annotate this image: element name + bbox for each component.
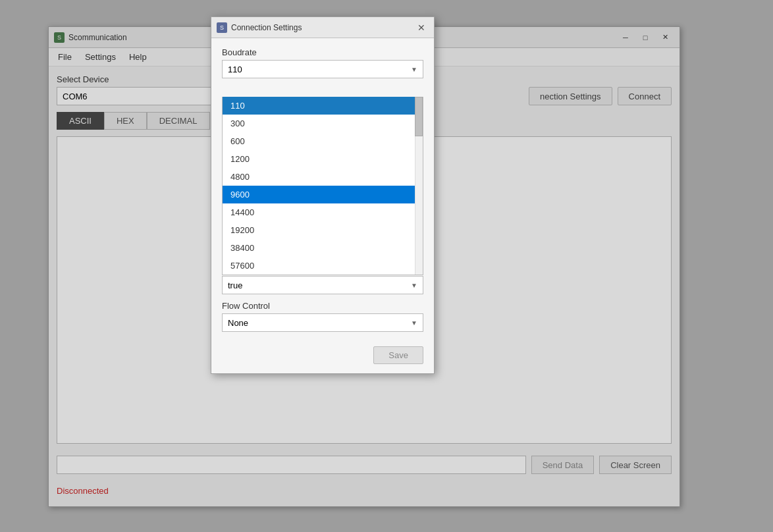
save-button[interactable]: Save bbox=[373, 346, 423, 364]
baudrate-option-19200[interactable]: 19200 bbox=[223, 221, 423, 239]
dialog-icon: S bbox=[217, 22, 227, 33]
baudrate-option-38400[interactable]: 38400 bbox=[223, 239, 423, 257]
baudrate-option-57600[interactable]: 57600 bbox=[223, 257, 423, 275]
baudrate-option-110[interactable]: 110 bbox=[223, 97, 423, 115]
flow-control-arrow-icon: ▼ bbox=[411, 319, 417, 327]
dialog-title-bar: S Connection Settings ✕ bbox=[211, 17, 434, 38]
baudrate-dropdown-list: 110 300 600 1200 4800 9600 14400 19200 3… bbox=[222, 97, 423, 275]
baudrate-field: Boudrate 110 ▼ 110 300 600 120 bbox=[222, 47, 423, 257]
baudrate-option-4800[interactable]: 4800 bbox=[223, 168, 423, 186]
dts-value: true bbox=[228, 280, 242, 290]
dts-dropdown-wrap: true ▼ bbox=[222, 276, 423, 294]
flow-control-dropdown-wrap: None ▼ bbox=[222, 313, 423, 332]
baudrate-value: 110 bbox=[228, 65, 242, 74]
baudrate-arrow-icon: ▼ bbox=[411, 66, 417, 73]
baudrate-option-1200[interactable]: 1200 bbox=[223, 150, 423, 168]
flow-control-label: Flow Control bbox=[222, 301, 423, 311]
baudrate-option-14400[interactable]: 14400 bbox=[223, 203, 423, 221]
baudrate-option-600[interactable]: 600 bbox=[223, 132, 423, 150]
dialog-close-button[interactable]: ✕ bbox=[414, 21, 429, 34]
flow-control-value: None bbox=[228, 318, 248, 328]
dialog-footer: Save bbox=[211, 341, 434, 373]
flow-control-field: Flow Control None ▼ bbox=[222, 301, 423, 332]
dts-dropdown[interactable]: true ▼ bbox=[222, 276, 423, 294]
scrollbar-thumb[interactable] bbox=[415, 97, 423, 136]
dialog-body: Boudrate 110 ▼ 110 300 600 120 bbox=[211, 38, 434, 341]
baudrate-dropdown-wrap: 110 ▼ 110 300 600 1200 4800 9600 bbox=[222, 60, 423, 257]
baudrate-option-9600[interactable]: 9600 bbox=[223, 186, 423, 203]
dialog-title: Connection Settings bbox=[231, 23, 414, 32]
modal-overlay: S Connection Settings ✕ Boudrate 110 ▼ bbox=[0, 0, 773, 532]
desktop: S Scommunication ─ □ ✕ File Settings Hel… bbox=[0, 0, 773, 532]
scrollbar-track bbox=[415, 97, 423, 275]
dts-arrow-icon: ▼ bbox=[411, 282, 417, 289]
baudrate-dropdown[interactable]: 110 ▼ bbox=[222, 60, 423, 78]
baudrate-option-300[interactable]: 300 bbox=[223, 115, 423, 132]
connection-settings-dialog: S Connection Settings ✕ Boudrate 110 ▼ bbox=[211, 16, 435, 374]
baudrate-label: Boudrate bbox=[222, 47, 423, 57]
flow-control-dropdown[interactable]: None ▼ bbox=[222, 313, 423, 332]
